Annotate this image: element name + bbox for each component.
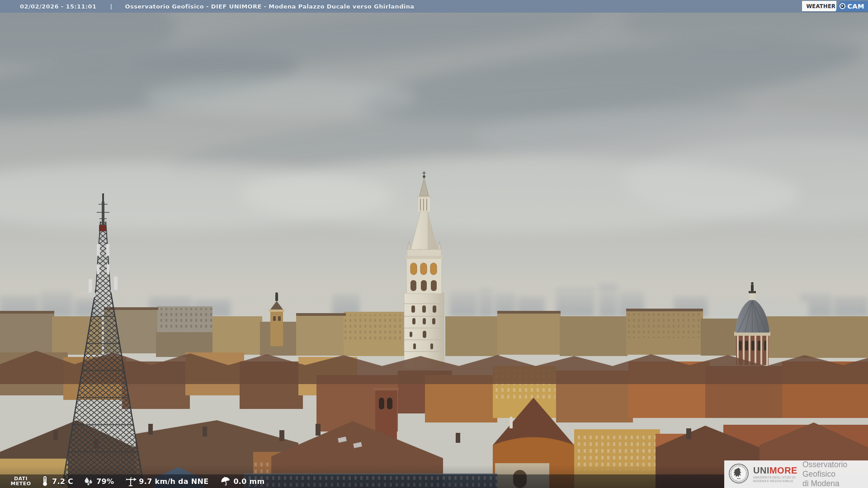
unimore-wordmark: UNIMORE UNIVERSITÀ DEGLI STUDI DI MODENA… (753, 466, 797, 483)
camera-title: Osservatorio Geofisico - DIEF UNIMORE - … (125, 3, 415, 10)
city-panorama-photo (0, 0, 868, 488)
weathercam-logo-cam: CAM (847, 3, 864, 10)
unimore-subtitle: UNIVERSITÀ DEGLI STUDI DI MODENA E REGGI… (753, 476, 797, 483)
weathercam-logo[interactable]: WEATHER CAM (802, 1, 868, 11)
wind-value: 9.7 km/h da NNE (139, 477, 208, 486)
timestamp: 02/02/2026 - 15:11:01 (20, 3, 96, 10)
separator: | (110, 3, 112, 10)
precipitation-value: 0.0 mm (233, 477, 264, 486)
weathervane-icon (125, 476, 137, 487)
webcam-page: 02/02/2026 - 15:11:01 | Osservatorio Geo… (0, 0, 868, 488)
humidity-reading: 79% (83, 476, 114, 487)
thermometer-icon (40, 476, 50, 487)
humidity-value: 79% (96, 477, 114, 486)
dati-meteo-label: DATI METEO (7, 476, 34, 486)
unimore-more: MORE (769, 465, 797, 475)
temperature-reading: 7.2 C (40, 476, 73, 487)
observatory-name: Osservatorio Geofisico di Modena (802, 460, 868, 488)
wind-reading: 9.7 km/h da NNE (125, 476, 208, 487)
header-bar: 02/02/2026 - 15:11:01 | Osservatorio Geo… (0, 0, 868, 13)
umbrella-icon (220, 476, 231, 487)
unimore-footer[interactable]: UNIMORE UNIVERSITÀ DEGLI STUDI DI MODENA… (724, 460, 868, 488)
weathercam-logo-weather: WEATHER (802, 1, 836, 11)
unimore-crest-icon (728, 463, 749, 486)
weathercam-logo-cam-section: CAM (835, 1, 868, 11)
temperature-value: 7.2 C (52, 477, 73, 486)
unimore-uni: UNI (753, 465, 769, 475)
precipitation-reading: 0.0 mm (220, 476, 264, 487)
globe-icon (840, 3, 845, 9)
droplets-icon (83, 476, 94, 487)
